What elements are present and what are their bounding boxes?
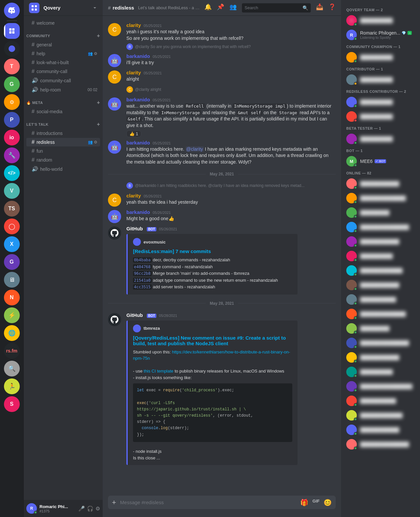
notification-icon[interactable]: 🔔 xyxy=(204,3,212,13)
commit-hash[interactable]: 21541a0 xyxy=(133,278,152,283)
server-icon-18[interactable]: 🌐 xyxy=(4,325,20,341)
member-item[interactable]: ██████████ xyxy=(344,132,417,146)
mic-icon[interactable]: 🎤 xyxy=(78,505,85,512)
settings-icon[interactable]: ⚙ xyxy=(95,505,100,512)
inbox-icon[interactable]: 📥 xyxy=(316,3,323,13)
status-dot xyxy=(354,302,357,305)
commit-hash[interactable]: 4cc3515 xyxy=(133,284,152,290)
server-icon-20[interactable]: 🔍 xyxy=(4,361,20,376)
channel-community-call-voice[interactable]: 🔊 community-call xyxy=(26,76,100,85)
gift-icon[interactable]: 🎁 xyxy=(300,499,308,506)
channel-community-call-text[interactable]: # community-call xyxy=(26,67,100,76)
member-item[interactable]: ████████████ xyxy=(344,350,417,365)
channel-random[interactable]: # random xyxy=(26,156,100,164)
embed-title[interactable]: [Qovery/RedisLess] New comment on issue … xyxy=(133,335,292,346)
add-channel-lt-icon[interactable]: + xyxy=(97,121,100,127)
member-item-romaric[interactable]: R Romaric Philogen... 💎 ♫ Listening to S… xyxy=(344,28,417,42)
server-icon-15[interactable]: 🖥 xyxy=(4,272,20,288)
server-icon-17[interactable]: ⚡ xyxy=(4,307,20,323)
channel-help-room[interactable]: 🔊 help-room 00 02 xyxy=(26,85,100,94)
member-item[interactable]: ████████████████ xyxy=(344,379,417,394)
members-icon[interactable]: 👥 xyxy=(229,3,237,13)
member-item[interactable]: █████████████ xyxy=(344,408,417,423)
help-icon[interactable]: ❓ xyxy=(328,3,336,13)
member-item[interactable]: ███████████ xyxy=(344,292,417,307)
server-icon-9[interactable]: </> xyxy=(4,165,20,181)
category-lets-talk[interactable]: LET'S TALK + xyxy=(24,116,103,129)
server-icon-6[interactable]: P xyxy=(4,112,20,128)
member-item[interactable]: █████████ xyxy=(344,205,417,220)
channel-look-what-i-built[interactable]: # look-what-i-built xyxy=(26,58,100,67)
channel-social-media[interactable]: # social-media xyxy=(26,107,100,116)
server-icon-2[interactable] xyxy=(4,41,20,57)
search-input[interactable] xyxy=(245,5,300,10)
server-icon-3[interactable]: T xyxy=(4,59,20,74)
server-icon-19[interactable]: rs.fm xyxy=(4,343,20,359)
member-item[interactable]: A ██████████ xyxy=(344,13,417,28)
discord-home-button[interactable] xyxy=(4,3,20,18)
embed-title[interactable]: [RedisLess:main] 7 new commits xyxy=(133,248,292,254)
channel-redisless[interactable]: # redisless 👥 ⚙ xyxy=(26,138,100,146)
message-group: C clarity 05/26/2021 yeah thats the idea… xyxy=(103,192,341,208)
member-item[interactable]: ██████████ xyxy=(344,95,417,109)
member-item[interactable]: ██████████ xyxy=(344,249,417,263)
hash-icon: # xyxy=(32,60,35,65)
member-item[interactable]: ████████████ xyxy=(344,176,417,191)
member-item[interactable]: ██████████ xyxy=(344,109,417,124)
server-icon-10[interactable]: V xyxy=(4,183,20,199)
channel-help[interactable]: # help 👥 ⚙ xyxy=(26,49,100,58)
server-icon-7[interactable]: io xyxy=(4,130,20,145)
server-icon-8[interactable]: 🔧 xyxy=(4,147,20,163)
server-icon-14[interactable]: G xyxy=(4,254,20,270)
member-item[interactable]: ███████████████ xyxy=(344,220,417,234)
commit-hash[interactable]: 96cc2b8 xyxy=(133,271,152,276)
plus-icon[interactable]: + xyxy=(112,498,116,507)
server-icon-4[interactable]: G xyxy=(4,76,20,92)
member-item[interactable]: ██████████████ xyxy=(344,307,417,321)
member-item-mee6[interactable]: M MEE6 ✓ BOT xyxy=(344,154,417,168)
reaction[interactable]: 👍 1 xyxy=(126,130,141,137)
server-icon-12[interactable]: ◯ xyxy=(4,219,20,234)
member-avatar xyxy=(346,251,357,261)
server-icon-11[interactable]: TS xyxy=(4,201,20,217)
member-item[interactable]: █████████ xyxy=(344,321,417,336)
member-item[interactable]: ██████████████ xyxy=(344,191,417,205)
category-community[interactable]: COMMUNITY + xyxy=(24,28,103,40)
member-item[interactable]: ████████████ xyxy=(344,234,417,249)
member-item[interactable]: ██████████ xyxy=(344,50,417,65)
member-item[interactable]: ███████████████ xyxy=(344,336,417,350)
server-icon-16[interactable]: N xyxy=(4,290,20,305)
commit-hash[interactable]: e404768 xyxy=(133,264,152,270)
headphone-icon[interactable]: 🎧 xyxy=(87,505,93,512)
emoji-icon[interactable]: 😊 xyxy=(324,499,332,506)
member-item[interactable]: ████████████ xyxy=(344,423,417,437)
server-header[interactable]: Qovery xyxy=(24,0,103,16)
chat-input[interactable] xyxy=(120,496,296,509)
channel-introductions[interactable]: # introductions xyxy=(26,129,100,138)
ci-template-link[interactable]: this CI template xyxy=(144,369,173,374)
member-item[interactable]: ███████████ xyxy=(344,394,417,408)
member-item[interactable]: ██████████ xyxy=(344,365,417,379)
channel-fun[interactable]: # fun xyxy=(26,147,100,155)
status-dot xyxy=(354,60,357,63)
search-bar[interactable]: 🔍 xyxy=(242,3,311,13)
channel-welcome[interactable]: # welcome xyxy=(26,19,100,27)
member-item[interactable]: ████████████ xyxy=(344,278,417,292)
category-meta[interactable]: 🔥 META + xyxy=(24,94,103,107)
commit-hash[interactable]: 0b4baba xyxy=(133,257,152,263)
server-icon-5[interactable]: ⚙ xyxy=(4,94,20,110)
channel-hello-world[interactable]: 🔊 hello-world xyxy=(26,165,100,173)
embed-link[interactable]: https://dev.to/kennethlarsen/how-to-dist… xyxy=(133,349,290,361)
member-item[interactable]: ███████████████ xyxy=(344,437,417,452)
channel-general[interactable]: # general xyxy=(26,40,100,49)
add-channel-icon[interactable]: + xyxy=(97,33,100,39)
pin-icon[interactable]: 📌 xyxy=(217,3,224,13)
server-icon-22[interactable]: S xyxy=(4,396,20,412)
server-icon-qovery[interactable] xyxy=(4,23,20,39)
server-icon-13[interactable]: X xyxy=(4,236,20,252)
server-icon-21[interactable]: 🏃 xyxy=(4,378,20,394)
member-item[interactable]: ██████████ xyxy=(344,72,417,87)
add-channel-meta-icon[interactable]: + xyxy=(97,100,100,106)
member-item[interactable]: █████████████ xyxy=(344,263,417,278)
gif-icon[interactable]: GIF xyxy=(312,499,320,506)
